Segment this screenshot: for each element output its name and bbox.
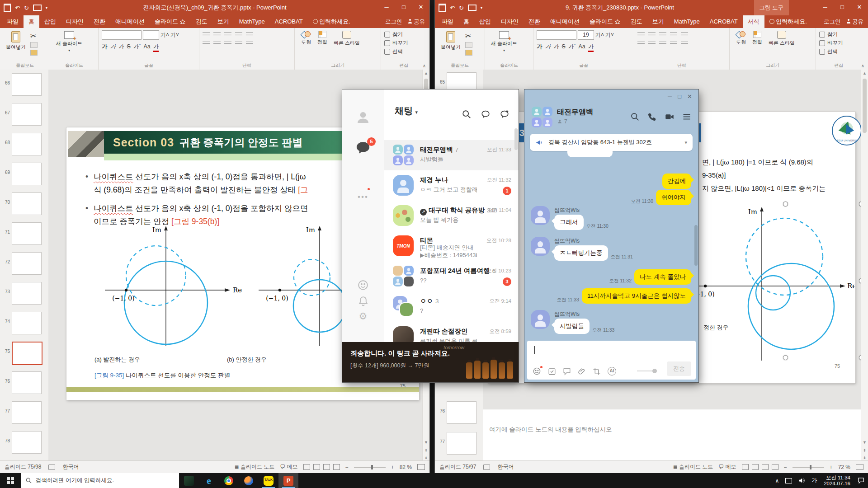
case-button[interactable]: Aa	[144, 43, 151, 50]
columns-icon[interactable]	[246, 40, 253, 45]
shapes-button[interactable]: 도형	[298, 30, 314, 47]
font-color-button[interactable]: 가	[588, 43, 594, 52]
quick-styles-button[interactable]: 빠른 스타일	[765, 30, 798, 47]
maximize-button[interactable]: □	[678, 93, 681, 100]
room-notice-bar[interactable]: 경북 경산시 임당동 643-1 뉴젠빌 302호 ▾	[530, 134, 693, 151]
tab-view[interactable]: 보기	[212, 15, 234, 28]
align-right-icon[interactable]	[224, 40, 231, 45]
send-button[interactable]: 전송	[667, 361, 691, 376]
ai-assistant-icon[interactable]: AI	[608, 367, 616, 375]
start-button[interactable]	[0, 473, 21, 488]
bullets-icon[interactable]	[637, 32, 645, 37]
indent-increase-icon[interactable]	[670, 32, 677, 37]
zoom-out-button[interactable]: −	[784, 464, 787, 470]
tab-slideshow[interactable]: 슬라이드 쇼	[585, 15, 626, 28]
minimize-button[interactable]: ─	[816, 0, 834, 15]
zoom-in-button[interactable]: +	[830, 464, 833, 470]
slide-thumbnail-selected[interactable]	[12, 342, 42, 365]
taskbar-powerpoint-icon[interactable]: P	[278, 473, 298, 488]
language-indicator[interactable]: 한국어	[62, 463, 79, 471]
tab-insert[interactable]: 삽입	[39, 15, 61, 28]
open-chat-icon[interactable]	[481, 109, 491, 119]
slide-thumbnail[interactable]	[12, 163, 42, 185]
schedule-icon[interactable]	[548, 367, 556, 375]
qat-customize-icon[interactable]: ▾	[481, 5, 483, 10]
taskbar-browser-icon[interactable]	[239, 473, 259, 488]
minimize-button[interactable]: ─	[668, 93, 672, 100]
columns-icon[interactable]	[681, 40, 688, 45]
close-button[interactable]: ✕	[851, 0, 868, 15]
shapes-button[interactable]: 도형	[733, 30, 749, 47]
paste-button[interactable]: 붙여넣기	[3, 30, 28, 56]
slide-thumbnail[interactable]	[12, 282, 42, 305]
share-button[interactable]: 공유	[846, 18, 863, 26]
minimize-button[interactable]: ─	[378, 0, 395, 15]
zoom-level[interactable]: 82 %	[400, 464, 412, 470]
indent-increase-icon[interactable]	[235, 32, 242, 37]
slide-thumbnail[interactable]	[12, 252, 42, 275]
normal-view-icon[interactable]	[742, 464, 749, 470]
strikethrough-button[interactable]: S	[127, 43, 131, 50]
tab-file[interactable]: 파일	[437, 15, 458, 28]
align-left-icon[interactable]	[203, 40, 210, 45]
slide-thumbnail[interactable]	[12, 401, 42, 424]
tab-slideshow[interactable]: 슬라이드 쇼	[150, 15, 191, 28]
menu-icon[interactable]	[682, 112, 691, 122]
sender-avatar[interactable]	[531, 206, 550, 225]
tab-design[interactable]: 디자인	[496, 15, 524, 28]
tab-review[interactable]: 검토	[626, 15, 647, 28]
emoticon-icon[interactable]	[533, 367, 541, 375]
slide-thumbnail[interactable]	[12, 371, 42, 394]
ime-indicator[interactable]: 가	[808, 473, 820, 488]
title-bar[interactable]: ↶ ↻ ▾ 9. 귀환 증폭기_230830.pptx - PowerPoint…	[435, 0, 868, 15]
slide-thumbnail[interactable]	[447, 432, 476, 455]
maximize-button[interactable]: □	[395, 0, 412, 15]
slide-thumbnail[interactable]	[12, 103, 42, 126]
underline-button[interactable]: 가	[118, 43, 124, 51]
replace-button[interactable]: 바꾸기	[819, 40, 858, 47]
notes-placeholder[interactable]: 여기에 슬라이드 노트의 내용을 입력하십시오	[489, 426, 612, 434]
slideshow-icon[interactable]	[468, 5, 476, 11]
font-size-box[interactable]: 19	[578, 30, 594, 40]
video-call-icon[interactable]	[665, 112, 675, 122]
tab-view[interactable]: 보기	[647, 15, 669, 28]
search-icon[interactable]	[630, 112, 640, 122]
zoom-slider[interactable]	[354, 467, 386, 468]
reading-view-icon[interactable]	[762, 464, 769, 470]
view-switcher[interactable]	[742, 464, 778, 470]
indent-decrease-icon[interactable]	[224, 32, 231, 37]
undo-icon[interactable]: ↶	[15, 5, 20, 11]
paste-button[interactable]: 붙여넣기	[438, 30, 463, 56]
chat-list-item[interactable]: ㅇㅇ3 ? 오전 9:14	[384, 291, 519, 322]
align-center-icon[interactable]	[648, 40, 656, 45]
shrink-font-icon[interactable]: 가˅	[605, 31, 614, 39]
friends-tab-icon[interactable]	[342, 109, 384, 126]
notes-toggle[interactable]: ≣ 슬라이드 노트	[235, 463, 275, 471]
new-slide-button[interactable]: 새 슬라이드 ▾	[53, 30, 85, 53]
normal-view-icon[interactable]	[303, 464, 310, 470]
zoom-slider[interactable]	[793, 467, 824, 468]
slide-thumbnail[interactable]	[12, 133, 42, 155]
font-size-box[interactable]	[143, 30, 159, 40]
ribbon-collapse-icon[interactable]: ∧	[861, 63, 864, 68]
taskbar-edge-icon[interactable]: e	[199, 473, 219, 488]
proofing-icon[interactable]	[48, 465, 55, 470]
justify-icon[interactable]	[235, 40, 242, 45]
select-button[interactable]: 선택	[384, 48, 423, 55]
scrollbar-thumb[interactable]	[514, 128, 518, 150]
sender-avatar[interactable]	[531, 237, 550, 256]
voice-call-icon[interactable]	[647, 112, 657, 122]
close-button[interactable]: ✕	[687, 93, 692, 100]
quick-styles-button[interactable]: 빠른 스타일	[330, 30, 363, 47]
previous-slide-icon[interactable]: ⇞	[423, 448, 429, 453]
chat-list-item[interactable]: ↗대구대 학식 공유방340 오늘 밥 뭐가용 오전 11:04	[384, 201, 519, 231]
bullets-icon[interactable]	[203, 32, 210, 37]
chats-tab-icon[interactable]: 5	[342, 140, 384, 155]
format-painter-icon[interactable]	[30, 50, 38, 56]
volume-tray-icon[interactable]	[795, 473, 808, 488]
indent-decrease-icon[interactable]	[659, 32, 666, 37]
fit-to-window-icon[interactable]	[417, 464, 425, 470]
tab-picture-format[interactable]: 서식	[743, 15, 764, 28]
scroll-up-icon[interactable]: ▲	[423, 70, 429, 75]
slide-thumbnail[interactable]	[12, 431, 42, 454]
